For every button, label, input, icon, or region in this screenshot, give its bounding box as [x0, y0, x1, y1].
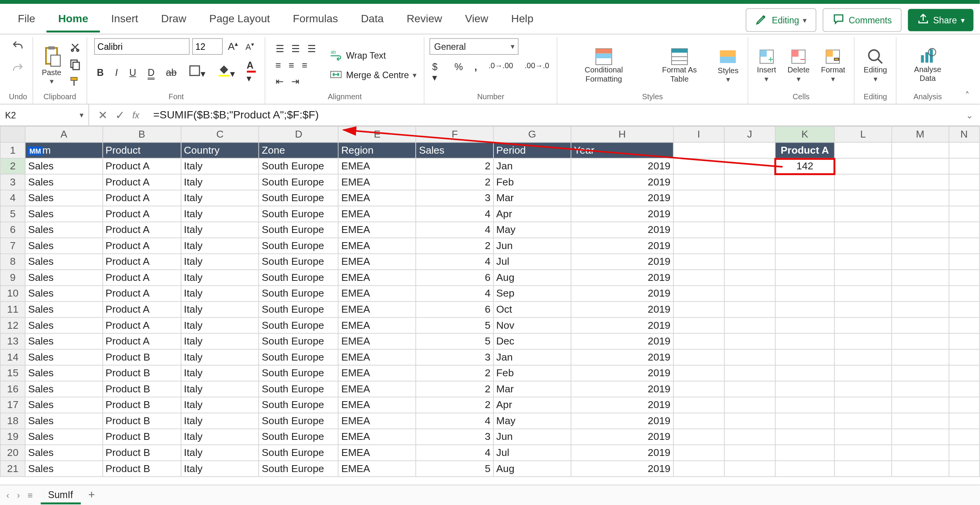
cell-E14[interactable]: EMEA — [338, 349, 416, 366]
cell-C5[interactable]: Italy — [181, 206, 259, 222]
cell-B13[interactable]: Product A — [103, 333, 181, 349]
menu-tab-page-layout[interactable]: Page Layout — [198, 8, 282, 33]
row-header-4[interactable]: 4 — [0, 190, 25, 206]
cell-M17[interactable] — [892, 397, 949, 413]
cell-G21[interactable]: Aug — [493, 461, 571, 477]
cell-E4[interactable]: EMEA — [338, 190, 416, 206]
cell-B6[interactable]: Product A — [103, 222, 181, 238]
cell-F14[interactable]: 3 — [416, 349, 493, 366]
font-name-input[interactable] — [94, 38, 189, 55]
cell-L7[interactable] — [835, 238, 892, 254]
cell-L12[interactable] — [835, 318, 892, 334]
cell-G20[interactable]: Jul — [493, 445, 571, 461]
cell-H11[interactable]: 2019 — [571, 302, 673, 318]
column-header-G[interactable]: G — [493, 126, 571, 143]
cell-I18[interactable] — [673, 413, 724, 429]
cell-D21[interactable]: South Europe — [259, 461, 338, 477]
border-button[interactable]: ▾ — [186, 63, 209, 81]
cell-M10[interactable] — [892, 285, 949, 302]
cell-H19[interactable]: 2019 — [571, 429, 673, 445]
cell-A4[interactable]: Sales — [25, 190, 103, 206]
cell-styles-button[interactable]: Styles ▾ — [714, 46, 742, 85]
align-center-button[interactable]: ≡ — [286, 59, 297, 72]
cell-I21[interactable] — [673, 461, 724, 477]
cell-L6[interactable] — [835, 222, 892, 238]
cell-C3[interactable]: Italy — [181, 174, 259, 190]
cell-G14[interactable]: Jan — [493, 349, 571, 366]
column-header-H[interactable]: H — [571, 126, 673, 143]
cut-button[interactable] — [69, 41, 82, 55]
cell-J15[interactable] — [724, 365, 775, 381]
cell-M19[interactable] — [892, 429, 949, 445]
cell-H7[interactable]: 2019 — [571, 238, 673, 254]
cell-J10[interactable] — [724, 285, 775, 302]
cell-B21[interactable]: Product B — [103, 461, 181, 477]
cell-H5[interactable]: 2019 — [571, 206, 673, 222]
cell-J8[interactable] — [724, 254, 775, 270]
cell-C17[interactable]: Italy — [181, 397, 259, 413]
cell-F21[interactable]: 5 — [416, 461, 493, 477]
cell-F2[interactable]: 2 — [416, 158, 493, 174]
cell-F4[interactable]: 3 — [416, 190, 493, 206]
collapse-ribbon-button[interactable]: ˄ — [959, 86, 976, 104]
cell-C20[interactable]: Italy — [181, 445, 259, 461]
cell-A8[interactable]: Sales — [25, 254, 103, 270]
name-box[interactable]: K2 ▾ — [0, 105, 89, 126]
align-right-button[interactable]: ≡ — [299, 59, 310, 72]
cell-A13[interactable]: Sales — [25, 333, 103, 349]
sheet-nav-prev[interactable]: ‹ — [7, 490, 10, 500]
cell-G18[interactable]: May — [493, 413, 571, 429]
cell-N3[interactable] — [949, 174, 979, 190]
cell-K11[interactable] — [775, 302, 835, 318]
grow-font-button[interactable]: A▴ — [225, 39, 240, 54]
cell-L3[interactable] — [835, 174, 892, 190]
cell-N12[interactable] — [949, 318, 979, 334]
cell-E20[interactable]: EMEA — [338, 445, 416, 461]
cell-K6[interactable] — [775, 222, 835, 238]
cell-D2[interactable]: South Europe — [259, 158, 338, 174]
cell-E6[interactable]: EMEA — [338, 222, 416, 238]
cell-N6[interactable] — [949, 222, 979, 238]
enter-formula-button[interactable]: ✓ — [115, 108, 125, 122]
editing-find-button[interactable]: Editing▾ — [860, 46, 891, 84]
cell-D4[interactable]: South Europe — [259, 190, 338, 206]
cell-M1[interactable] — [892, 142, 949, 158]
cell-A7[interactable]: Sales — [25, 238, 103, 254]
formula-input[interactable]: =SUMIF($B:$B;"Product A";$F:$F) — [148, 108, 959, 121]
cell-B18[interactable]: Product B — [103, 413, 181, 429]
cell-C8[interactable]: Italy — [181, 254, 259, 270]
cell-N8[interactable] — [949, 254, 979, 270]
cell-I20[interactable] — [673, 445, 724, 461]
cell-H1[interactable]: Year — [571, 142, 673, 158]
cell-B1[interactable]: Product — [103, 142, 181, 158]
cell-J4[interactable] — [724, 190, 775, 206]
cell-D15[interactable]: South Europe — [259, 365, 338, 381]
cell-M5[interactable] — [892, 206, 949, 222]
spreadsheet-grid[interactable]: ABCDEFGHIJKLMN 1MMmProductCountryZoneReg… — [0, 126, 980, 477]
cell-L15[interactable] — [835, 365, 892, 381]
align-bottom-button[interactable]: ☰ — [305, 42, 318, 56]
cell-F7[interactable]: 2 — [416, 238, 493, 254]
cell-K15[interactable] — [775, 365, 835, 381]
column-header-F[interactable]: F — [416, 126, 493, 143]
font-color-button[interactable]: A▾ — [244, 59, 258, 85]
cell-F10[interactable]: 4 — [416, 285, 493, 302]
cell-J13[interactable] — [724, 333, 775, 349]
cell-A9[interactable]: Sales — [25, 270, 103, 286]
cell-N9[interactable] — [949, 270, 979, 286]
row-header-12[interactable]: 12 — [0, 318, 25, 334]
menu-tab-data[interactable]: Data — [350, 8, 395, 33]
increase-indent-button[interactable]: ⇥ — [289, 74, 302, 89]
cell-C2[interactable]: Italy — [181, 158, 259, 174]
cell-N14[interactable] — [949, 349, 979, 366]
cell-N15[interactable] — [949, 365, 979, 381]
cell-G7[interactable]: Jun — [493, 238, 571, 254]
cell-I17[interactable] — [673, 397, 724, 413]
cell-D6[interactable]: South Europe — [259, 222, 338, 238]
cell-H20[interactable]: 2019 — [571, 445, 673, 461]
cell-G15[interactable]: Feb — [493, 365, 571, 381]
all-sheets-button[interactable]: ≡ — [28, 490, 33, 500]
italic-button[interactable]: I — [113, 65, 120, 79]
currency-button[interactable]: $ ▾ — [430, 60, 445, 85]
cell-E12[interactable]: EMEA — [338, 318, 416, 334]
